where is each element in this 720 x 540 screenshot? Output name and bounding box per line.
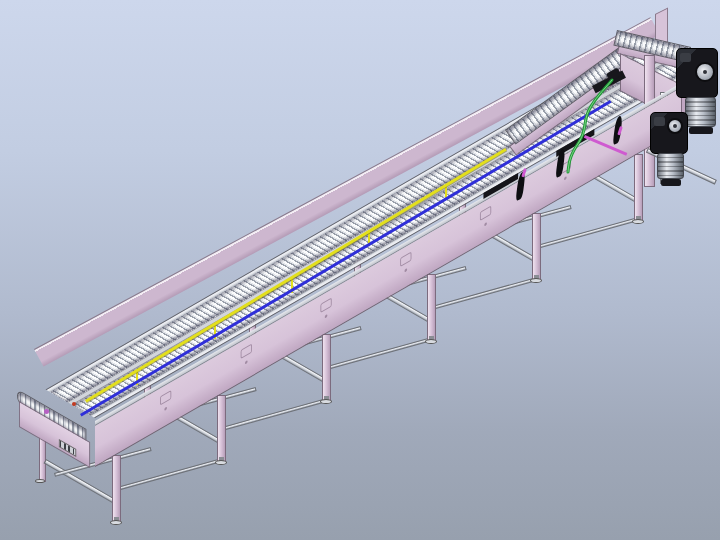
bay-brace-lower — [222, 399, 324, 431]
leg-front-foot — [320, 399, 332, 404]
leg-front-post — [112, 455, 121, 523]
gearmotor-shaft-dot — [673, 124, 677, 128]
leg-front-post — [427, 274, 436, 342]
leg-front-foot — [425, 339, 437, 344]
bay-brace-lower — [537, 217, 639, 249]
near-rail — [90, 70, 693, 418]
leg-rear-foot — [35, 479, 45, 483]
motor-body — [685, 97, 716, 127]
leg-front-foot — [110, 520, 122, 525]
sensor-red — [72, 402, 76, 406]
bay-brace-lower — [432, 278, 534, 310]
cad-viewport[interactable] — [0, 0, 720, 540]
leg-front-post — [322, 334, 331, 402]
bay-brace-lower — [327, 338, 429, 370]
leg-front-post — [532, 213, 541, 281]
gearbox-detail-block — [680, 53, 691, 62]
leg-front-foot — [530, 278, 542, 283]
motor-end-cap — [661, 179, 681, 186]
motor-body — [657, 153, 684, 179]
bay-brace-lower — [117, 459, 219, 491]
sensor-purple — [44, 409, 49, 414]
tail-terminal-strip — [59, 439, 76, 457]
gearmotor-shaft-dot — [703, 70, 707, 74]
leg-front-foot — [632, 219, 644, 224]
leg-front-post — [217, 395, 226, 463]
leg-front-post — [634, 154, 643, 222]
motor-end-cap — [689, 127, 713, 134]
gearbox-detail-block — [654, 117, 665, 126]
conveyor-scene — [0, 0, 720, 540]
leg-front-foot — [215, 460, 227, 465]
